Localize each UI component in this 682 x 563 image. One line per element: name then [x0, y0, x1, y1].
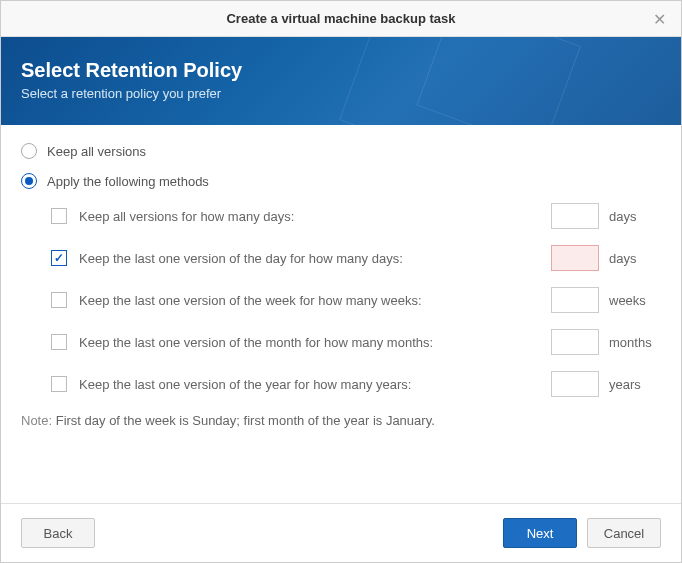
method-row: Keep the last one version of the week fo…	[51, 287, 661, 313]
banner: Select Retention Policy Select a retenti…	[1, 37, 681, 125]
method-input[interactable]	[551, 329, 599, 355]
close-icon[interactable]: ✕	[649, 9, 669, 29]
method-label: Keep the last one version of the month f…	[79, 335, 551, 350]
method-row: Keep all versions for how many days:days	[51, 203, 661, 229]
window-title: Create a virtual machine backup task	[226, 11, 455, 26]
footer: Back Next Cancel	[1, 503, 681, 562]
radio-label: Keep all versions	[47, 144, 146, 159]
method-row: Keep the last one version of the day for…	[51, 245, 661, 271]
back-button[interactable]: Back	[21, 518, 95, 548]
cancel-button[interactable]: Cancel	[587, 518, 661, 548]
radio-icon[interactable]	[21, 143, 37, 159]
radio-label: Apply the following methods	[47, 174, 209, 189]
content-panel: Keep all versions Apply the following me…	[1, 125, 681, 503]
banner-subheading: Select a retention policy you prefer	[21, 86, 661, 101]
method-row: Keep the last one version of the month f…	[51, 329, 661, 355]
checkbox[interactable]	[51, 334, 67, 350]
method-input[interactable]	[551, 203, 599, 229]
method-label: Keep the last one version of the day for…	[79, 251, 551, 266]
checkbox[interactable]	[51, 250, 67, 266]
unit-label: days	[609, 209, 661, 224]
checkbox[interactable]	[51, 292, 67, 308]
unit-label: days	[609, 251, 661, 266]
unit-label: months	[609, 335, 661, 350]
note-text: Note: First day of the week is Sunday; f…	[21, 413, 661, 428]
method-input[interactable]	[551, 371, 599, 397]
next-button[interactable]: Next	[503, 518, 577, 548]
method-label: Keep the last one version of the week fo…	[79, 293, 551, 308]
method-row: Keep the last one version of the year fo…	[51, 371, 661, 397]
radio-apply-methods[interactable]: Apply the following methods	[21, 173, 661, 189]
method-input[interactable]	[551, 287, 599, 313]
unit-label: weeks	[609, 293, 661, 308]
checkbox[interactable]	[51, 208, 67, 224]
radio-icon[interactable]	[21, 173, 37, 189]
method-input[interactable]	[551, 245, 599, 271]
unit-label: years	[609, 377, 661, 392]
method-label: Keep the last one version of the year fo…	[79, 377, 551, 392]
checkbox[interactable]	[51, 376, 67, 392]
titlebar: Create a virtual machine backup task ✕	[1, 1, 681, 37]
note-label: Note:	[21, 413, 56, 428]
method-label: Keep all versions for how many days:	[79, 209, 551, 224]
banner-heading: Select Retention Policy	[21, 59, 661, 82]
radio-keep-all[interactable]: Keep all versions	[21, 143, 661, 159]
note-body: First day of the week is Sunday; first m…	[56, 413, 435, 428]
